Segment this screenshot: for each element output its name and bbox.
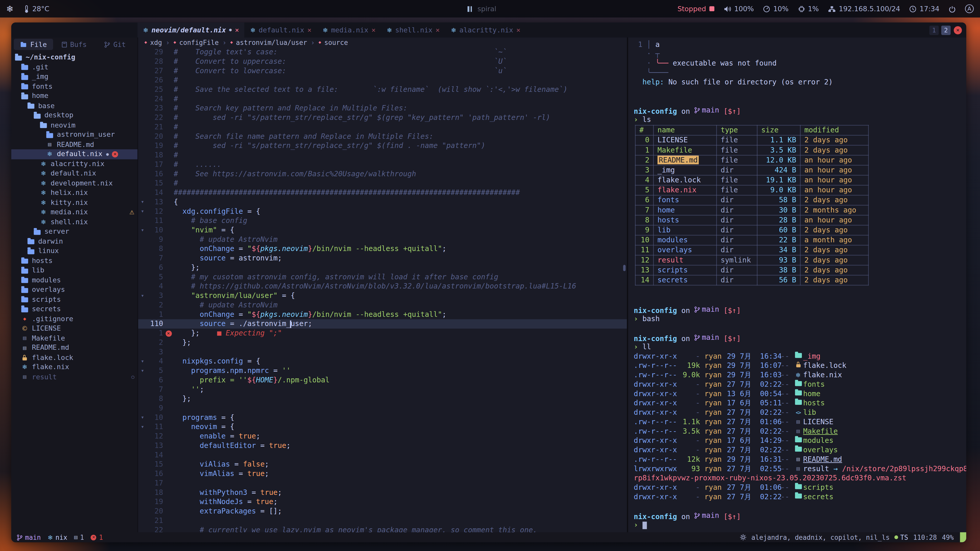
fold-indicator[interactable]: ▾ bbox=[138, 225, 147, 235]
tree-item-base[interactable]: base bbox=[11, 101, 138, 111]
code-line-28[interactable]: 1 onChange = "${pkgs.neovim}/bin/nvim --… bbox=[138, 310, 627, 319]
code-line-38[interactable]: 9 bbox=[138, 403, 627, 413]
scrollbar-thumb[interactable] bbox=[623, 265, 626, 271]
tree-item-server[interactable]: server bbox=[11, 227, 138, 237]
tree-item-home[interactable]: home bbox=[11, 91, 138, 101]
neotree-tab-file[interactable]: File bbox=[14, 39, 53, 50]
recording-module[interactable]: Stopped bbox=[678, 5, 714, 13]
code-line-46[interactable]: 17 bbox=[138, 478, 627, 488]
fold-indicator[interactable]: ▾ bbox=[138, 357, 147, 366]
code-line-11[interactable]: 18# bbox=[138, 151, 627, 160]
code-line-42[interactable]: 13 defaultEditor = true; bbox=[138, 441, 627, 451]
buffer-tab-default.nix[interactable]: ❄default.nix× bbox=[245, 22, 317, 38]
tree-item-.git[interactable]: .git bbox=[11, 62, 138, 72]
code-line-32[interactable]: 3 bbox=[138, 348, 627, 357]
code-line-18[interactable]: 11 # base config bbox=[138, 216, 627, 225]
tree-item-secrets[interactable]: secrets bbox=[11, 304, 138, 314]
code-line-6[interactable]: 23# Search key pattern and Replace in Mu… bbox=[138, 104, 627, 113]
code-line-33[interactable]: ▾4 nixpkgs.config = { bbox=[138, 357, 627, 366]
code-line-7[interactable]: 22# sed -ri "s/pattern_str/replace_str/g… bbox=[138, 113, 627, 122]
tree-item-hosts[interactable]: hosts bbox=[11, 256, 138, 265]
tree-item-darwin[interactable]: darwin bbox=[11, 237, 138, 246]
network-module[interactable]: 192.168.5.100/24 bbox=[828, 5, 900, 13]
tree-item-fonts[interactable]: fonts bbox=[11, 82, 138, 91]
volume-module[interactable]: 100% bbox=[724, 5, 754, 13]
tree-item-media.nix[interactable]: ❄media.nix⚠ bbox=[11, 207, 138, 217]
buffer-count-segment[interactable]: ▤ 1 bbox=[74, 534, 84, 541]
breadcrumb-segment[interactable]: ◆source bbox=[318, 39, 348, 46]
code-line-24[interactable]: 5 # my cusotom astronvim config, astronv… bbox=[138, 272, 627, 282]
keyboard-layout-indicator[interactable]: A bbox=[965, 4, 974, 13]
code-line-43[interactable]: 14 bbox=[138, 451, 627, 460]
tree-item-lib[interactable]: lib bbox=[11, 265, 138, 275]
code-line-1[interactable]: 28# Convert to uppercase: `U` bbox=[138, 57, 627, 66]
code-line-22[interactable]: 7 source = astronvim; bbox=[138, 254, 627, 263]
code-lines[interactable]: 29# Toggle text's case: `~`28# Convert t… bbox=[138, 48, 627, 532]
fold-indicator[interactable]: ▾ bbox=[138, 413, 147, 422]
tree-item-LICENSE[interactable]: ©LICENSE bbox=[11, 324, 138, 333]
shell-command-bash[interactable]: › bash bbox=[634, 314, 966, 324]
tabpage-1[interactable]: 1 bbox=[929, 25, 939, 35]
code-line-16[interactable]: ▾13{ bbox=[138, 197, 627, 207]
code-line-5[interactable]: 24# bbox=[138, 94, 627, 104]
code-line-13[interactable]: 16# See https://astronvim.com/Basic%20Us… bbox=[138, 169, 627, 179]
tree-item-alacritty.nix[interactable]: ❄alacritty.nix bbox=[11, 159, 138, 168]
code-line-23[interactable]: 6 }; bbox=[138, 263, 627, 272]
code-line-20[interactable]: 9 # update AstroNvim bbox=[138, 235, 627, 245]
code-line-44[interactable]: 15 viAlias = false; bbox=[138, 460, 627, 469]
git-branch-segment[interactable]: main bbox=[17, 534, 41, 541]
disk-module[interactable]: 10% bbox=[763, 5, 789, 13]
shell-command-ll[interactable]: › ll bbox=[634, 342, 966, 352]
code-line-35[interactable]: 6 prefix = ''${HOME}/.npm-global bbox=[138, 375, 627, 385]
neotree-tab-bufs[interactable]: Bufs bbox=[55, 39, 94, 50]
code-line-39[interactable]: ▾10 programs = { bbox=[138, 413, 627, 422]
fold-indicator[interactable]: ▾ bbox=[138, 291, 147, 300]
tree-item-.gitignore[interactable]: ◆.gitignore bbox=[11, 314, 138, 324]
code-line-29[interactable]: 110 source = ./astronvim_user; bbox=[138, 319, 627, 329]
fold-indicator[interactable]: ▾ bbox=[138, 207, 147, 216]
tree-item-~/nix-config[interactable]: ~/nix-config bbox=[11, 52, 138, 62]
buffer-tab-neovim/default.nix[interactable]: ❄neovim/default.nix●× bbox=[138, 22, 245, 38]
code-line-15[interactable]: 14######################################… bbox=[138, 188, 627, 197]
fold-indicator[interactable]: ▾ bbox=[138, 422, 147, 432]
fold-indicator[interactable]: ▾ bbox=[138, 366, 147, 375]
code-line-0[interactable]: 29# Toggle text's case: `~` bbox=[138, 48, 627, 57]
code-line-45[interactable]: 16 vimAlias = true; bbox=[138, 469, 627, 478]
code-line-21[interactable]: 8 onChange = "${pkgs.neovim}/bin/nvim --… bbox=[138, 245, 627, 254]
close-buffer-icon[interactable]: × bbox=[307, 26, 311, 34]
code-line-34[interactable]: ▾5 programs.npm.npmrc = '' bbox=[138, 366, 627, 375]
buffer-tab-alacritty.nix[interactable]: ❄alacritty.nix× bbox=[445, 22, 526, 38]
code-line-19[interactable]: ▾10 "nvim" = { bbox=[138, 225, 627, 235]
tree-item-_img[interactable]: _img bbox=[11, 72, 138, 82]
tree-item-helix.nix[interactable]: ❄helix.nix bbox=[11, 188, 138, 198]
tree-item-default.nix[interactable]: ❄default.nix bbox=[11, 168, 138, 178]
tree-item-modules[interactable]: modules bbox=[11, 275, 138, 285]
close-buffer-icon[interactable]: × bbox=[371, 26, 375, 34]
buffer-tab-shell.nix[interactable]: ❄shell.nix× bbox=[381, 22, 445, 38]
code-line-41[interactable]: 12 enable = true; bbox=[138, 432, 627, 441]
tree-item-linux[interactable]: linux bbox=[11, 246, 138, 256]
close-window-icon[interactable]: × bbox=[954, 26, 962, 34]
tree-item-kitty.nix[interactable]: ❄kitty.nix bbox=[11, 198, 138, 207]
code-line-49[interactable]: 20 extraPackages = []; bbox=[138, 507, 627, 516]
code-line-30[interactable]: 1× }; ■ Expecting ";" bbox=[138, 329, 627, 338]
tree-item-README.md[interactable]: ▤README.md bbox=[11, 140, 138, 149]
tree-item-flake.lock[interactable]: flake.lock bbox=[11, 353, 138, 362]
tree-item-result[interactable]: ▤result○ bbox=[11, 372, 138, 382]
code-line-40[interactable]: ▾11 neovim = { bbox=[138, 422, 627, 432]
tree-item-neovim[interactable]: neovim bbox=[11, 120, 138, 130]
code-line-17[interactable]: ▾12 xdg.configFile = { bbox=[138, 207, 627, 216]
tree-item-scripts[interactable]: scripts bbox=[11, 295, 138, 304]
close-buffer-icon[interactable]: × bbox=[516, 26, 520, 34]
tree-item-astronvim_user[interactable]: astronvim_user bbox=[11, 130, 138, 140]
tree-item-flake.nix[interactable]: ❄flake.nix bbox=[11, 362, 138, 372]
code-line-36[interactable]: 7 ''; bbox=[138, 385, 627, 394]
clock-module[interactable]: 17:34 bbox=[910, 5, 939, 13]
close-buffer-icon[interactable]: × bbox=[235, 26, 239, 34]
power-module[interactable] bbox=[949, 5, 956, 12]
code-line-27[interactable]: 2 # update AstroNvim bbox=[138, 300, 627, 310]
code-line-51[interactable]: 22 # currently we use lazy.nvim as neovi… bbox=[138, 526, 627, 532]
tree-item-default.nix[interactable]: ❄default.nix●× bbox=[11, 149, 138, 159]
code-line-14[interactable]: 15# bbox=[138, 179, 627, 188]
tree-item-Makefile[interactable]: ▤Makefile bbox=[11, 333, 138, 343]
